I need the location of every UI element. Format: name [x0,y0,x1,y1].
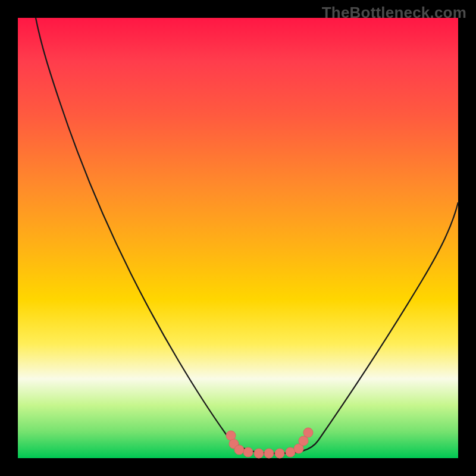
trough-marker [264,449,274,458]
trough-marker [243,447,253,457]
bottleneck-curve-svg [18,18,458,458]
chart-frame: TheBottleneck.com [0,0,476,476]
trough-markers [226,428,313,458]
plot-area [18,18,458,458]
bottleneck-curve-path [36,18,458,453]
trough-marker [275,449,284,458]
trough-marker [299,436,308,446]
trough-marker [303,428,313,437]
trough-marker [234,445,244,455]
trough-marker [254,449,264,458]
